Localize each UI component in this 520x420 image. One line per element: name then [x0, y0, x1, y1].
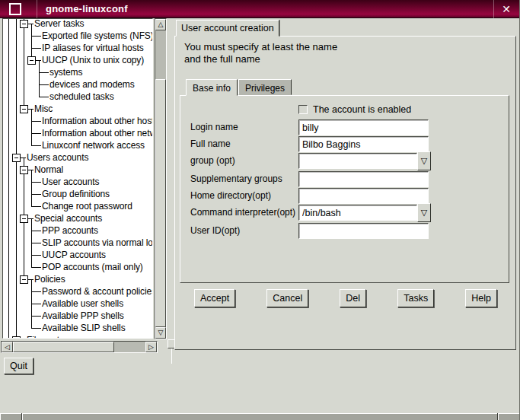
tree-item[interactable]: Special accounts [3, 212, 152, 224]
tree-item[interactable]: Exported file systems (NFS) [3, 30, 152, 42]
tree-item-label[interactable]: Information about other hosts [42, 116, 153, 126]
tree-item[interactable]: IP aliases for virtual hosts [3, 42, 152, 54]
resize-corner-right[interactable] [498, 413, 520, 420]
tree-expander-icon[interactable] [12, 336, 21, 339]
tree-item-label[interactable]: UUCP (Unix to unix copy) [42, 55, 144, 65]
tree-item[interactable]: Available user shells [3, 298, 152, 310]
tree-horizontal-scrollbar[interactable]: ◁ ▷ [1, 341, 158, 353]
scroll-left-button[interactable]: ◁ [2, 342, 13, 352]
scroll-down-button[interactable]: ▽ [155, 327, 166, 339]
user-id-opt-field[interactable] [298, 223, 429, 239]
tree-item[interactable]: User accounts [3, 176, 152, 188]
tree-item-label[interactable]: IP aliases for virtual hosts [42, 43, 144, 53]
tree-item-label[interactable]: Change root password [42, 201, 132, 212]
help-button[interactable]: Help [465, 289, 497, 307]
tree-item[interactable]: scheduled tasks [3, 91, 152, 103]
home-directory-opt-field[interactable] [298, 188, 429, 204]
tree-item[interactable]: devices and modems [3, 78, 152, 91]
tree-item-label[interactable]: Policies [34, 274, 65, 285]
tree-guide-line [16, 54, 17, 66]
window-menu-icon[interactable] [9, 3, 21, 15]
tree-item-label[interactable]: Available PPP shells [42, 310, 124, 321]
tree-item[interactable]: Policies [3, 273, 152, 285]
tree-item-label[interactable]: Exported file systems (NFS) [42, 30, 153, 41]
vertical-scrollbar-thumb[interactable] [155, 79, 166, 327]
tree-item-label[interactable]: Server tasks [34, 18, 85, 29]
accept-button[interactable]: Accept [194, 289, 235, 307]
cancel-button[interactable]: Cancel [266, 289, 308, 307]
close-icon[interactable]: ✕ [499, 2, 514, 16]
tree-item-label[interactable]: systems [49, 67, 82, 78]
tree-item-label[interactable]: Group definitions [42, 189, 110, 199]
tree-item[interactable]: UUCP (Unix to unix copy) [3, 54, 152, 66]
tab-privileges[interactable]: Privileges [238, 79, 292, 95]
tree-expander-icon[interactable] [20, 215, 28, 223]
tree-expander-icon[interactable] [20, 166, 28, 174]
command-interpreter-opt-field[interactable] [298, 205, 417, 221]
tab-user-account-creation[interactable]: User account creation [176, 20, 279, 37]
tree-item-label[interactable]: Misc [34, 103, 53, 114]
tree-item-label[interactable]: Available user shells [42, 298, 123, 309]
group-opt-field[interactable] [298, 153, 417, 169]
tree-expander-icon[interactable] [12, 154, 21, 162]
tree-expander-icon[interactable] [20, 20, 28, 28]
tree-item[interactable]: Available SLIP shells [3, 322, 152, 334]
tree-item-label[interactable]: Special accounts [34, 213, 102, 224]
tree-item[interactable]: PPP accounts [3, 224, 152, 237]
tree-item[interactable]: Password & account policies [3, 285, 152, 298]
title-bar[interactable]: gnome-linuxconf ✕ [0, 0, 520, 18]
resize-edge-bottom[interactable] [22, 413, 497, 420]
tree-item-label[interactable]: devices and modems [49, 79, 135, 90]
tree-connector [39, 84, 49, 85]
tree-expander-icon[interactable] [27, 56, 36, 65]
combo-dropdown-icon[interactable]: ▽ [417, 151, 431, 170]
tree-item[interactable]: systems [3, 66, 152, 78]
tree-item-label[interactable]: UUCP accounts [42, 250, 106, 260]
tree-item-label[interactable]: Available SLIP shells [42, 323, 126, 333]
supplementary-groups-field[interactable] [298, 171, 429, 187]
resize-corner-left[interactable] [0, 413, 21, 420]
tree-item[interactable]: File systems [3, 334, 152, 339]
tree-item[interactable]: Users accounts [3, 151, 152, 164]
tree-item[interactable]: Misc [3, 103, 152, 115]
horizontal-scrollbar-thumb[interactable] [13, 342, 114, 352]
tree-expander-icon[interactable] [20, 105, 28, 113]
tree-item[interactable]: Normal [3, 164, 152, 176]
tree-item-label[interactable]: POP accounts (mail only) [42, 262, 143, 272]
tree-item[interactable]: SLIP accounts via normal login [3, 237, 152, 249]
login-name-field[interactable] [298, 119, 429, 135]
tree-item-label[interactable]: PPP accounts [42, 225, 98, 236]
window-bottom-border[interactable] [0, 413, 520, 420]
tree-item-label[interactable]: Information about other networks [42, 128, 153, 138]
quit-button[interactable]: Quit [4, 358, 33, 374]
tree-expander-icon[interactable] [20, 275, 28, 284]
tree-item-label[interactable]: Password & account policies [42, 286, 153, 297]
tree-item[interactable]: Information about other networks [3, 127, 152, 139]
scroll-up-button[interactable]: △ [155, 19, 166, 30]
tree-item[interactable]: UUCP accounts [3, 249, 152, 261]
tasks-button[interactable]: Tasks [397, 289, 434, 307]
tree-connector [31, 316, 41, 317]
full-name-field[interactable] [298, 136, 429, 152]
tree-item[interactable]: Linuxconf network access [3, 139, 152, 151]
tree-item[interactable]: Group definitions [3, 188, 152, 200]
tree-item-label[interactable]: Normal [34, 164, 63, 175]
tree-item-label[interactable]: SLIP accounts via normal login [42, 237, 153, 248]
tree-item[interactable]: Server tasks [3, 18, 152, 30]
tab-base-info[interactable]: Base info [186, 79, 238, 96]
tree-item[interactable]: Information about other hosts [3, 115, 152, 127]
tree-item[interactable]: POP accounts (mail only) [3, 261, 152, 273]
tree-item-label[interactable]: Linuxconf network access [42, 140, 145, 151]
del-button[interactable]: Del [340, 289, 366, 307]
tree-item[interactable]: Change root password [3, 200, 152, 212]
tree-item-label[interactable]: User accounts [42, 177, 99, 187]
tree-vertical-scrollbar[interactable]: △ ▽ [155, 18, 167, 339]
tree-guide-line [16, 78, 17, 91]
tree-item-label[interactable]: scheduled tasks [49, 91, 114, 102]
account-enabled-checkbox[interactable] [298, 105, 308, 114]
tree-item[interactable]: Available PPP shells [3, 310, 152, 322]
tree-item-label[interactable]: Users accounts [27, 152, 88, 163]
scroll-right-button[interactable]: ▷ [145, 342, 157, 352]
combo-dropdown-icon[interactable]: ▽ [417, 203, 431, 222]
tree-item-label[interactable]: File systems [27, 335, 76, 339]
